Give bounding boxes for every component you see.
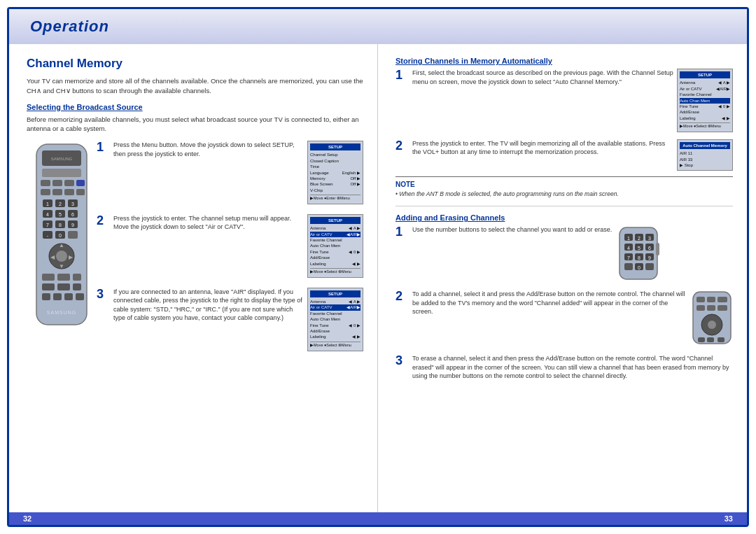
svg-rect-9: [52, 189, 62, 195]
svg-rect-87: [718, 337, 724, 342]
add-step-1-text: Use the number buttons to select the cha…: [412, 225, 612, 234]
svg-text:8: 8: [59, 223, 62, 227]
svg-rect-6: [64, 180, 74, 186]
screen-mockup-2: SETUP Antenna◀ A ▶ Air or CATV◀AIR▶ Favo…: [307, 214, 363, 278]
svg-text:SAMSUNG: SAMSUNG: [51, 157, 73, 161]
left-steps-area: SAMSUNG: [27, 141, 363, 360]
svg-rect-46: [73, 283, 81, 290]
add-step-1-number: 1: [396, 225, 408, 239]
numpad-remote-2: [691, 290, 733, 349]
add-step-3: 3 To erase a channel, select it and then…: [396, 354, 733, 381]
numpad-svg-1: 1 2 3 4 5 6 7: [617, 225, 659, 281]
screen-3-row-2-hl: Air or CATV◀AIR▶: [310, 304, 360, 310]
footer-left: 32: [9, 512, 378, 525]
svg-rect-71: [624, 263, 633, 270]
step-1-content: Press the Menu button. Move the joystick…: [113, 141, 304, 158]
step-2-content: Press the joystick to enter. The channel…: [113, 214, 304, 232]
footer-right: 33: [378, 512, 747, 525]
svg-text:8: 8: [638, 255, 640, 260]
auto-step-2: 2 Press the joystick to enter. The TV wi…: [396, 139, 733, 171]
divider: [396, 206, 733, 206]
auto-s1-r5: Fine Tune◀ 0 ▶: [680, 104, 730, 109]
right-column: Storing Channels in Memory Automatically…: [378, 44, 747, 512]
auto-screen-2-title: Auto Channel Memory: [680, 142, 730, 149]
screen-mockup-1: SETUP Channel Setup Closed Caption Time …: [307, 141, 363, 204]
add-step-3-number: 3: [396, 354, 408, 368]
svg-rect-74: [645, 263, 654, 270]
screen-2-row-7: Labeling◀ ▶: [310, 261, 360, 267]
step-2: 2 Press the joystick to enter. The chann…: [97, 214, 363, 278]
left-steps-list: 1 Press the Menu button. Move the joysti…: [97, 141, 363, 360]
screen-2-row-4: Auto Chan Mem: [310, 243, 360, 248]
svg-text:0: 0: [59, 233, 62, 238]
screen-2-footer: ▶Move ●Select ⊗Menu: [310, 268, 360, 275]
step-1-text: Press the Menu button. Move the joystick…: [113, 141, 304, 158]
add-step-3-text: To erase a channel, select it and then p…: [412, 354, 733, 381]
step-2-row: Press the joystick to enter. The channel…: [113, 214, 363, 278]
screen-2-row-6: Add/Erase: [310, 255, 360, 260]
auto-s1-r6: Add/Erase: [680, 109, 730, 115]
svg-text:9: 9: [648, 255, 651, 260]
header-bar: Operation: [9, 9, 747, 44]
screen-2-row-2-hl: Air or CATV◀AIR▶: [310, 232, 360, 237]
step-3-text: If you are connected to an antenna, leav…: [113, 288, 304, 323]
remote-svg: SAMSUNG: [31, 141, 92, 330]
svg-text:5: 5: [638, 246, 640, 251]
auto-step-1-text: First, select the broadcast source as de…: [412, 69, 673, 86]
svg-text:6: 6: [71, 212, 74, 217]
auto-s1-r2: Air or CATV◀AIR▶: [680, 86, 730, 92]
svg-rect-3: [42, 169, 81, 177]
step-3-content: If you are connected to an antenna, leav…: [113, 288, 304, 323]
svg-text:7: 7: [627, 255, 630, 260]
step-1: 1 Press the Menu button. Move the joysti…: [97, 141, 363, 204]
screen-3-row-4: Auto Chan Mem: [310, 316, 360, 322]
note-text: • When the ANT B mode is selected, the a…: [396, 190, 733, 199]
svg-text:▶: ▶: [69, 254, 74, 260]
channel-memory-title: Channel Memory: [27, 57, 363, 71]
auto-s2-r2: AIR 33: [680, 157, 730, 162]
svg-rect-45: [57, 283, 70, 290]
svg-text:SAMSUNG: SAMSUNG: [47, 310, 76, 315]
intro-text: Your TV can memorize and store all of th…: [27, 76, 363, 96]
auto-screen-1-footer: ▶Move ●Select ⊗Menu: [680, 122, 730, 129]
svg-rect-42: [57, 274, 70, 281]
content-area: Channel Memory Your TV can memorize and …: [9, 44, 747, 512]
auto-screen-2: Auto Channel Memory AIR 11 AIR 33 ▶ Stop: [677, 139, 733, 171]
left-column: Channel Memory Your TV can memorize and …: [9, 44, 378, 512]
svg-rect-8: [41, 189, 50, 195]
auto-screen-1: SETUP Antenna◀ A ▶ Air or CATV◀AIR▶ Favo…: [677, 69, 733, 132]
svg-rect-4: [41, 180, 50, 186]
screen-1-title: SETUP: [310, 143, 360, 150]
screen-3-row-6: Add/Erase: [310, 328, 360, 334]
step-3-row: If you are connected to an antenna, leav…: [113, 288, 363, 351]
page-num-left: 32: [23, 514, 31, 523]
add-step-2-row: To add a channel, select it and press th…: [412, 290, 733, 349]
svg-rect-34: [68, 231, 78, 239]
svg-text:2: 2: [638, 236, 640, 241]
auto-step-1-row: First, select the broadcast source as de…: [412, 69, 733, 132]
auto-s1-r1: Antenna◀ A ▶: [680, 80, 730, 85]
svg-text:4: 4: [46, 212, 49, 217]
subsection2-title: Adding and Erasing Channels: [396, 213, 733, 222]
step-2-number: 2: [97, 214, 109, 228]
step-2-text: Press the joystick to enter. The channel…: [113, 214, 304, 232]
screen-1-row-5: MemoryOff ▶: [310, 176, 360, 181]
screen-mockup-3: SETUP Antenna◀ A ▶ Air or CATV◀AIR▶ Favo…: [307, 288, 363, 351]
svg-rect-44: [42, 283, 55, 290]
svg-rect-79: [718, 297, 727, 302]
add-step-2-text: To add a channel, select it and press th…: [412, 290, 685, 316]
subsection-auto-title: Storing Channels in Memory Automatically: [396, 57, 733, 65]
add-step-1-row: Use the number buttons to select the cha…: [412, 225, 659, 284]
screen-1-row-3: Time: [310, 164, 360, 169]
add-step-1-content: Use the number buttons to select the cha…: [412, 225, 612, 234]
screen-1-row-4: LanguageEnglish ▶: [310, 170, 360, 176]
svg-rect-5: [52, 180, 62, 186]
screen-2-row-3: Favorite Channel: [310, 237, 360, 243]
screen-3-row-1: Antenna◀ A ▶: [310, 299, 360, 304]
svg-rect-77: [696, 297, 705, 302]
screen-2-row-1: Antenna◀ A ▶: [310, 225, 360, 231]
step-1-row: Press the Menu button. Move the joystick…: [113, 141, 363, 204]
add-step-3-content: To erase a channel, select it and then p…: [412, 354, 733, 381]
svg-rect-85: [698, 337, 705, 342]
svg-rect-75: [656, 243, 659, 255]
